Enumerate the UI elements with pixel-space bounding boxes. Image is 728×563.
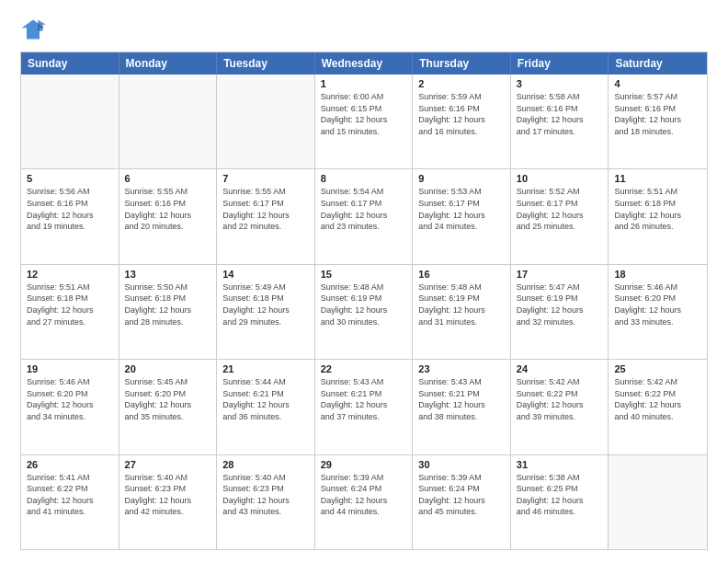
calendar-row-5: 26Sunrise: 5:41 AM Sunset: 6:22 PM Dayli… — [21, 454, 707, 549]
day-cell-1: 1Sunrise: 6:00 AM Sunset: 6:15 PM Daylig… — [315, 75, 414, 168]
day-info: Sunrise: 5:51 AM Sunset: 6:18 PM Dayligh… — [27, 282, 113, 327]
calendar-header: SundayMondayTuesdayWednesdayThursdayFrid… — [21, 52, 707, 75]
day-cell-6: 6Sunrise: 5:55 AM Sunset: 6:16 PM Daylig… — [119, 169, 218, 263]
day-info: Sunrise: 5:58 AM Sunset: 6:16 PM Dayligh… — [517, 91, 603, 137]
day-number: 1 — [321, 78, 407, 89]
day-info: Sunrise: 5:48 AM Sunset: 6:19 PM Dayligh… — [321, 282, 407, 327]
day-number: 4 — [614, 78, 701, 89]
day-cell-10: 10Sunrise: 5:52 AM Sunset: 6:17 PM Dayli… — [511, 169, 609, 263]
day-number: 2 — [418, 78, 505, 89]
day-number: 18 — [614, 269, 701, 280]
header-cell-thursday: Thursday — [413, 52, 511, 75]
day-info: Sunrise: 5:57 AM Sunset: 6:16 PM Dayligh… — [614, 91, 701, 137]
header — [20, 17, 708, 42]
day-cell-24: 24Sunrise: 5:42 AM Sunset: 6:22 PM Dayli… — [511, 360, 609, 454]
day-info: Sunrise: 6:00 AM Sunset: 6:15 PM Dayligh… — [321, 91, 407, 137]
day-number: 27 — [125, 459, 211, 470]
day-number: 17 — [517, 269, 603, 280]
page: SundayMondayTuesdayWednesdayThursdayFrid… — [0, 0, 728, 563]
day-cell-17: 17Sunrise: 5:47 AM Sunset: 6:19 PM Dayli… — [511, 265, 609, 359]
day-cell-empty — [609, 455, 707, 549]
day-info: Sunrise: 5:56 AM Sunset: 6:16 PM Dayligh… — [27, 186, 113, 232]
day-info: Sunrise: 5:40 AM Sunset: 6:23 PM Dayligh… — [125, 472, 211, 518]
day-info: Sunrise: 5:39 AM Sunset: 6:24 PM Dayligh… — [418, 472, 505, 518]
day-info: Sunrise: 5:43 AM Sunset: 6:21 PM Dayligh… — [418, 376, 505, 422]
calendar-row-2: 5Sunrise: 5:56 AM Sunset: 6:16 PM Daylig… — [21, 168, 707, 263]
header-cell-wednesday: Wednesday — [315, 52, 414, 75]
day-number: 13 — [125, 269, 211, 280]
day-number: 26 — [27, 459, 113, 470]
day-number: 11 — [614, 173, 701, 184]
day-number: 24 — [517, 363, 603, 374]
day-info: Sunrise: 5:49 AM Sunset: 6:18 PM Dayligh… — [222, 282, 309, 327]
day-cell-12: 12Sunrise: 5:51 AM Sunset: 6:18 PM Dayli… — [21, 265, 119, 359]
day-number: 29 — [321, 459, 407, 470]
day-info: Sunrise: 5:59 AM Sunset: 6:16 PM Dayligh… — [418, 91, 505, 137]
day-cell-11: 11Sunrise: 5:51 AM Sunset: 6:18 PM Dayli… — [609, 169, 707, 263]
day-info: Sunrise: 5:46 AM Sunset: 6:20 PM Dayligh… — [27, 376, 113, 422]
day-cell-7: 7Sunrise: 5:55 AM Sunset: 6:17 PM Daylig… — [217, 169, 315, 263]
day-cell-23: 23Sunrise: 5:43 AM Sunset: 6:21 PM Dayli… — [413, 360, 511, 454]
day-info: Sunrise: 5:43 AM Sunset: 6:21 PM Dayligh… — [321, 376, 407, 422]
day-cell-3: 3Sunrise: 5:58 AM Sunset: 6:16 PM Daylig… — [511, 75, 609, 168]
day-cell-19: 19Sunrise: 5:46 AM Sunset: 6:20 PM Dayli… — [21, 360, 119, 454]
day-number: 14 — [222, 269, 309, 280]
day-info: Sunrise: 5:55 AM Sunset: 6:16 PM Dayligh… — [125, 186, 211, 232]
day-cell-15: 15Sunrise: 5:48 AM Sunset: 6:19 PM Dayli… — [315, 265, 414, 359]
day-cell-31: 31Sunrise: 5:38 AM Sunset: 6:25 PM Dayli… — [511, 455, 609, 549]
day-cell-25: 25Sunrise: 5:42 AM Sunset: 6:22 PM Dayli… — [609, 360, 707, 454]
day-number: 28 — [222, 459, 309, 470]
day-info: Sunrise: 5:45 AM Sunset: 6:20 PM Dayligh… — [125, 376, 211, 422]
day-cell-9: 9Sunrise: 5:53 AM Sunset: 6:17 PM Daylig… — [413, 169, 511, 263]
day-number: 20 — [125, 363, 211, 374]
svg-marker-1 — [38, 20, 46, 31]
day-info: Sunrise: 5:55 AM Sunset: 6:17 PM Dayligh… — [222, 186, 309, 232]
day-number: 12 — [27, 269, 113, 280]
day-cell-28: 28Sunrise: 5:40 AM Sunset: 6:23 PM Dayli… — [217, 455, 315, 549]
header-cell-monday: Monday — [119, 52, 218, 75]
day-number: 6 — [125, 173, 211, 184]
header-cell-saturday: Saturday — [609, 52, 707, 75]
day-cell-22: 22Sunrise: 5:43 AM Sunset: 6:21 PM Dayli… — [315, 360, 414, 454]
day-number: 19 — [27, 363, 113, 374]
calendar-body: 1Sunrise: 6:00 AM Sunset: 6:15 PM Daylig… — [21, 75, 707, 549]
day-info: Sunrise: 5:39 AM Sunset: 6:24 PM Dayligh… — [321, 472, 407, 518]
day-number: 3 — [517, 78, 603, 89]
calendar-row-1: 1Sunrise: 6:00 AM Sunset: 6:15 PM Daylig… — [21, 75, 707, 168]
day-cell-18: 18Sunrise: 5:46 AM Sunset: 6:20 PM Dayli… — [609, 265, 707, 359]
day-number: 16 — [418, 269, 505, 280]
day-number: 9 — [418, 173, 505, 184]
day-info: Sunrise: 5:42 AM Sunset: 6:22 PM Dayligh… — [614, 376, 701, 422]
day-cell-26: 26Sunrise: 5:41 AM Sunset: 6:22 PM Dayli… — [21, 455, 119, 549]
day-number: 21 — [222, 363, 309, 374]
day-cell-empty — [119, 75, 218, 168]
day-number: 8 — [321, 173, 407, 184]
calendar-row-4: 19Sunrise: 5:46 AM Sunset: 6:20 PM Dayli… — [21, 359, 707, 454]
calendar-row-3: 12Sunrise: 5:51 AM Sunset: 6:18 PM Dayli… — [21, 264, 707, 359]
day-cell-16: 16Sunrise: 5:48 AM Sunset: 6:19 PM Dayli… — [413, 265, 511, 359]
day-number: 7 — [222, 173, 309, 184]
logo-icon — [20, 17, 46, 42]
day-info: Sunrise: 5:53 AM Sunset: 6:17 PM Dayligh… — [418, 186, 505, 232]
day-number: 23 — [418, 363, 505, 374]
day-number: 15 — [321, 269, 407, 280]
day-info: Sunrise: 5:50 AM Sunset: 6:18 PM Dayligh… — [125, 282, 211, 327]
day-cell-empty — [21, 75, 119, 168]
day-number: 5 — [27, 173, 113, 184]
day-cell-13: 13Sunrise: 5:50 AM Sunset: 6:18 PM Dayli… — [119, 265, 218, 359]
day-info: Sunrise: 5:51 AM Sunset: 6:18 PM Dayligh… — [614, 186, 701, 232]
day-cell-empty — [217, 75, 315, 168]
day-info: Sunrise: 5:46 AM Sunset: 6:20 PM Dayligh… — [614, 282, 701, 327]
day-number: 31 — [517, 459, 603, 470]
day-cell-20: 20Sunrise: 5:45 AM Sunset: 6:20 PM Dayli… — [119, 360, 218, 454]
day-info: Sunrise: 5:54 AM Sunset: 6:17 PM Dayligh… — [321, 186, 407, 232]
day-cell-29: 29Sunrise: 5:39 AM Sunset: 6:24 PM Dayli… — [315, 455, 414, 549]
header-cell-sunday: Sunday — [21, 52, 119, 75]
day-cell-14: 14Sunrise: 5:49 AM Sunset: 6:18 PM Dayli… — [217, 265, 315, 359]
day-info: Sunrise: 5:42 AM Sunset: 6:22 PM Dayligh… — [517, 376, 603, 422]
day-cell-21: 21Sunrise: 5:44 AM Sunset: 6:21 PM Dayli… — [217, 360, 315, 454]
day-number: 22 — [321, 363, 407, 374]
header-cell-tuesday: Tuesday — [217, 52, 315, 75]
header-cell-friday: Friday — [511, 52, 609, 75]
day-info: Sunrise: 5:40 AM Sunset: 6:23 PM Dayligh… — [222, 472, 309, 518]
